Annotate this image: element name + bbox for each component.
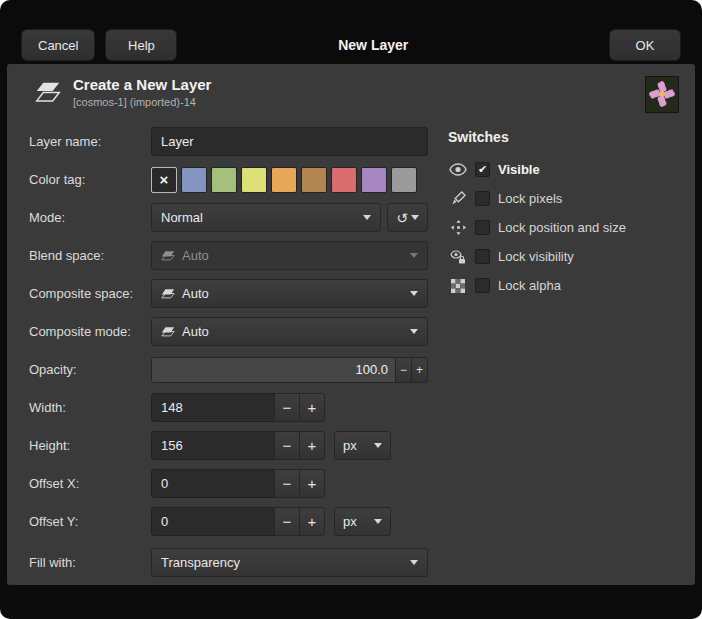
lock-visibility-label: Lock visibility [498, 249, 574, 264]
fill-with-label: Fill with: [29, 555, 151, 570]
visible-checkbox[interactable]: ✔ [475, 162, 490, 177]
color-tag-none[interactable]: × [151, 167, 177, 193]
switch-lock-pixels: Lock pixels [448, 184, 679, 213]
composite-mode-select[interactable]: Auto [151, 317, 428, 346]
color-tag-label: Color tag: [29, 172, 151, 187]
layer-mini-icon [161, 250, 175, 261]
blend-space-row: Blend space: Auto [29, 241, 430, 270]
fill-with-row: Fill with: Transparency [29, 548, 430, 577]
visible-label: Visible [498, 162, 540, 177]
blend-space-value: Auto [182, 248, 402, 263]
layer-name-input[interactable] [151, 127, 428, 156]
opacity-value: 100.0 [355, 362, 388, 377]
offset-x-increment-button[interactable]: + [299, 469, 325, 498]
chevron-down-icon [411, 215, 419, 220]
size-unit-select[interactable]: px [334, 431, 391, 460]
color-tag-blue[interactable] [181, 167, 207, 193]
width-label: Width: [29, 400, 151, 415]
width-row: Width: − + [29, 393, 430, 422]
move-lock-icon [448, 220, 468, 235]
height-label: Height: [29, 438, 151, 453]
color-tag-yellow[interactable] [241, 167, 267, 193]
offset-x-decrement-button[interactable]: − [274, 469, 300, 498]
titlebar-right-buttons: OK [609, 29, 681, 61]
offset-x-input[interactable] [151, 469, 275, 498]
titlebar-left-buttons: Cancel Help [21, 29, 177, 61]
layers-icon [33, 80, 63, 108]
height-row: Height: − + px [29, 431, 430, 460]
height-input[interactable] [151, 431, 275, 460]
opacity-increment-button[interactable]: + [411, 357, 428, 383]
opacity-slider[interactable]: 100.0 [151, 357, 396, 383]
lock-alpha-label: Lock alpha [498, 278, 561, 293]
chevron-down-icon [410, 329, 418, 334]
width-input[interactable] [151, 393, 275, 422]
layer-name-label: Layer name: [29, 134, 151, 149]
offset-x-row: Offset X: − + [29, 469, 430, 498]
ok-button[interactable]: OK [609, 29, 681, 61]
height-increment-button[interactable]: + [299, 431, 325, 460]
fill-with-value: Transparency [161, 555, 402, 570]
dialog-body: Layer name: Color tag: × [29, 127, 679, 586]
mode-value: Normal [161, 210, 355, 225]
mode-row: Mode: Normal ↺ [29, 203, 430, 232]
chevron-down-icon [374, 519, 382, 524]
chevron-down-icon [374, 443, 382, 448]
switches-panel: Switches ✔ Visible [448, 127, 679, 586]
composite-space-row: Composite space: Auto [29, 279, 430, 308]
chevron-down-icon [410, 253, 418, 258]
layer-mini-icon [161, 288, 175, 299]
offset-y-input[interactable] [151, 507, 275, 536]
color-tag-row: Color tag: × [29, 165, 430, 194]
dialog-header: Create a New Layer [cosmos-1] (imported)… [29, 76, 679, 113]
eye-lock-icon [448, 250, 468, 264]
color-tag-violet[interactable] [361, 167, 387, 193]
chevron-down-icon [410, 560, 418, 565]
lock-position-label: Lock position and size [498, 220, 626, 235]
titlebar: Cancel Help New Layer OK [7, 0, 695, 64]
fill-with-select[interactable]: Transparency [151, 548, 428, 577]
opacity-label: Opacity: [29, 362, 151, 377]
offset-unit-select[interactable]: px [334, 507, 391, 536]
color-tag-gray[interactable] [391, 167, 417, 193]
paintbrush-icon [448, 191, 468, 206]
lock-pixels-label: Lock pixels [498, 191, 562, 206]
width-decrement-button[interactable]: − [274, 393, 300, 422]
lock-visibility-checkbox[interactable] [475, 249, 490, 264]
chevron-down-icon [363, 215, 371, 220]
help-button[interactable]: Help [105, 29, 177, 61]
switch-lock-visibility: Lock visibility [448, 242, 679, 271]
switch-lock-position: Lock position and size [448, 213, 679, 242]
offset-y-decrement-button[interactable]: − [274, 507, 300, 536]
eye-icon [448, 163, 468, 176]
color-tag-swatches: × [151, 167, 417, 193]
opacity-decrement-button[interactable]: − [395, 357, 412, 383]
offset-y-row: Offset Y: − + px [29, 507, 430, 536]
color-tag-orange[interactable] [271, 167, 297, 193]
composite-mode-row: Composite mode: Auto [29, 317, 430, 346]
color-tag-red[interactable] [331, 167, 357, 193]
composite-mode-value: Auto [182, 324, 402, 339]
offset-x-label: Offset X: [29, 476, 151, 491]
mode-select[interactable]: Normal [151, 203, 381, 232]
width-increment-button[interactable]: + [299, 393, 325, 422]
color-tag-green[interactable] [211, 167, 237, 193]
new-layer-dialog: Cancel Help New Layer OK Create a New La… [0, 0, 702, 619]
header-text: Create a New Layer [cosmos-1] (imported)… [73, 76, 211, 108]
color-tag-brown[interactable] [301, 167, 327, 193]
header-subtitle: [cosmos-1] (imported)-14 [73, 96, 211, 108]
lock-alpha-checkbox[interactable] [475, 278, 490, 293]
height-decrement-button[interactable]: − [274, 431, 300, 460]
cancel-button[interactable]: Cancel [21, 29, 95, 61]
offset-y-increment-button[interactable]: + [299, 507, 325, 536]
composite-space-value: Auto [182, 286, 402, 301]
offset-y-label: Offset Y: [29, 514, 151, 529]
reset-icon: ↺ [396, 210, 408, 226]
composite-space-select[interactable]: Auto [151, 279, 428, 308]
chevron-down-icon [410, 291, 418, 296]
switch-lock-alpha: Lock alpha [448, 271, 679, 300]
size-unit-value: px [343, 438, 366, 453]
lock-pixels-checkbox[interactable] [475, 191, 490, 206]
lock-position-checkbox[interactable] [475, 220, 490, 235]
mode-legacy-switch-button[interactable]: ↺ [387, 203, 428, 232]
